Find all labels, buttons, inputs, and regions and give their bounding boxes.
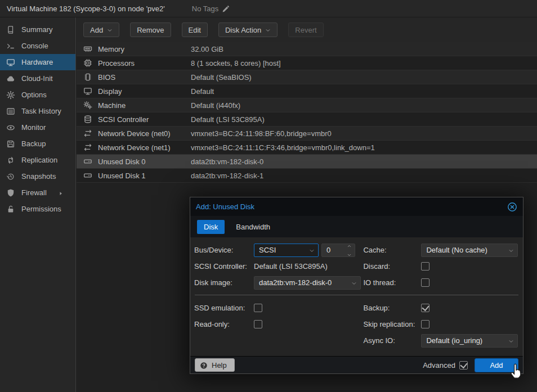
table-row-unused-disk-1[interactable]: Unused Disk 1 data2tb:vm-182-disk-1 xyxy=(77,169,537,183)
exchange-icon xyxy=(77,143,92,152)
dialog-titlebar[interactable]: Add: Unused Disk xyxy=(190,197,523,216)
sidebar-item-label: Cloud-Init xyxy=(21,74,53,83)
skip-replication-checkbox[interactable] xyxy=(421,320,429,328)
cache-select[interactable]: Default (No cache) xyxy=(421,244,518,257)
repeat-icon xyxy=(6,155,21,165)
dialog-footer: Help Advanced Add xyxy=(190,356,523,373)
bus-number-stepper[interactable]: 0 xyxy=(321,244,355,257)
table-row-unused-disk-0[interactable]: Unused Disk 0 data2tb:vm-182-disk-0 xyxy=(77,155,537,169)
disk-image-label: Disk image: xyxy=(194,278,254,287)
chevron-down-icon xyxy=(265,26,271,34)
sidebar-item-label: Summary xyxy=(21,25,53,34)
ssd-emulation-label: SSD emulation: xyxy=(194,304,254,312)
unlock-icon xyxy=(6,204,21,214)
sidebar-item-task-history[interactable]: Task History xyxy=(0,103,75,119)
tab-bandwidth[interactable]: Bandwidth xyxy=(229,220,277,234)
remove-button[interactable]: Remove xyxy=(130,22,171,37)
advanced-label: Advanced xyxy=(423,361,455,370)
scsi-controller-value: Default (LSI 53C895A) xyxy=(254,262,328,271)
add-menu-button[interactable]: Add xyxy=(83,22,119,37)
chevron-down-icon xyxy=(309,246,315,254)
tab-disk[interactable]: Disk xyxy=(197,220,225,234)
disk-image-select[interactable]: data2tb:vm-182-disk-0 xyxy=(254,276,361,290)
io-thread-checkbox[interactable] xyxy=(421,278,429,287)
sidebar-item-label: Console xyxy=(21,42,48,50)
history-icon xyxy=(6,172,21,181)
sidebar-item-monitor[interactable]: Monitor xyxy=(0,119,75,136)
chevron-down-icon xyxy=(508,246,514,254)
spinner-up-icon[interactable] xyxy=(347,241,352,250)
table-row-processors[interactable]: Processors 8 (1 sockets, 8 cores) [host] xyxy=(77,56,537,70)
dialog-tabbar: Disk Bandwidth xyxy=(190,216,523,237)
bus-device-select[interactable]: SCSI xyxy=(254,244,319,257)
advanced-toggle: Advanced xyxy=(423,361,468,370)
tags-button[interactable]: No Tags xyxy=(192,4,230,13)
shield-icon xyxy=(6,188,21,197)
table-row-scsi-controller[interactable]: SCSI Controller Default (LSI 53C895A) xyxy=(77,112,537,127)
chevron-down-icon xyxy=(351,278,357,287)
sidebar-item-console[interactable]: Console xyxy=(0,38,75,54)
dialog-add-button[interactable]: Add xyxy=(475,358,518,372)
advanced-checkbox[interactable] xyxy=(459,361,468,370)
sidebar-item-cloud-init[interactable]: Cloud-Init xyxy=(0,70,75,87)
sidebar-item-hardware[interactable]: Hardware xyxy=(0,54,75,70)
floppy-icon xyxy=(6,139,21,148)
sidebar-item-options[interactable]: Options xyxy=(0,87,75,103)
async-io-select[interactable]: Default (io_uring) xyxy=(421,334,518,348)
cache-label: Cache: xyxy=(363,246,421,254)
discard-checkbox[interactable] xyxy=(421,262,429,271)
sidebar-item-replication[interactable]: Replication xyxy=(0,152,75,168)
gear-icon xyxy=(6,90,21,100)
tags-label: No Tags xyxy=(192,4,218,13)
list-icon xyxy=(6,106,21,116)
edit-button[interactable]: Edit xyxy=(182,22,208,37)
page-title: Virtual Machine 182 (Sycope-3-0) on node… xyxy=(7,4,165,13)
book-icon xyxy=(6,25,21,34)
sidebar-item-firewall[interactable]: Firewall xyxy=(0,184,75,201)
table-row-display[interactable]: Display Default xyxy=(77,84,537,98)
ssd-emulation-checkbox[interactable] xyxy=(254,304,262,312)
sidebar-item-label: Snapshots xyxy=(21,172,56,181)
terminal-icon xyxy=(6,41,21,51)
sidebar-item-permissions[interactable]: Permissions xyxy=(0,201,75,217)
hdd-icon xyxy=(77,171,92,181)
add-unused-disk-dialog: Add: Unused Disk Disk Bandwidth Bus/Devi… xyxy=(190,197,523,374)
sidebar-item-backup[interactable]: Backup xyxy=(0,136,75,152)
revert-button[interactable]: Revert xyxy=(288,22,323,37)
skip-replication-label: Skip replication: xyxy=(363,320,421,328)
cpu-icon xyxy=(77,58,92,68)
sidebar: Summary Console Hardware Cloud-Init Opti… xyxy=(0,17,76,392)
pencil-icon[interactable] xyxy=(222,4,230,13)
window-header: Virtual Machine 182 (Sycope-3-0) on node… xyxy=(0,0,537,17)
sidebar-item-label: Firewall xyxy=(21,188,47,197)
dialog-body: Bus/Device: SCSI 0 SCSI Controller: xyxy=(190,237,523,356)
sidebar-item-label: Permissions xyxy=(21,205,61,213)
sidebar-item-label: Options xyxy=(21,91,47,99)
form-separator xyxy=(195,295,518,295)
sidebar-item-summary[interactable]: Summary xyxy=(0,21,75,38)
spinner-down-icon[interactable] xyxy=(347,250,352,259)
backup-checkbox[interactable] xyxy=(421,304,429,312)
monitor-icon xyxy=(6,57,21,67)
table-row-memory[interactable]: Memory 32.00 GiB xyxy=(77,42,537,56)
sidebar-item-label: Hardware xyxy=(21,58,53,66)
cogs-icon xyxy=(77,101,92,110)
hardware-table: Memory 32.00 GiB Processors 8 (1 sockets… xyxy=(77,42,537,183)
table-row-bios[interactable]: BIOS Default (SeaBIOS) xyxy=(77,70,537,84)
table-row-network-device-net1-[interactable]: Network Device (net1) vmxnet3=BC:24:11:1… xyxy=(77,141,537,155)
async-io-label: Async IO: xyxy=(363,336,421,345)
scsi-controller-label: SCSI Controller: xyxy=(194,262,254,271)
table-row-network-device-net0-[interactable]: Network Device (net0) vmxnet3=BC:24:11:9… xyxy=(77,127,537,141)
hardware-toolbar: Add Remove Edit Disk Action Revert xyxy=(77,17,537,42)
disk-action-menu-button[interactable]: Disk Action xyxy=(218,22,278,37)
database-icon xyxy=(77,115,92,124)
close-icon[interactable] xyxy=(507,202,517,212)
sidebar-item-label: Task History xyxy=(21,107,61,115)
question-icon xyxy=(200,361,208,370)
table-row-machine[interactable]: Machine Default (i440fx) xyxy=(77,98,537,112)
help-button[interactable]: Help xyxy=(195,358,235,372)
backup-label: Backup: xyxy=(363,304,421,312)
discard-label: Discard: xyxy=(363,262,421,271)
sidebar-item-snapshots[interactable]: Snapshots xyxy=(0,168,75,184)
read-only-checkbox[interactable] xyxy=(254,320,262,328)
